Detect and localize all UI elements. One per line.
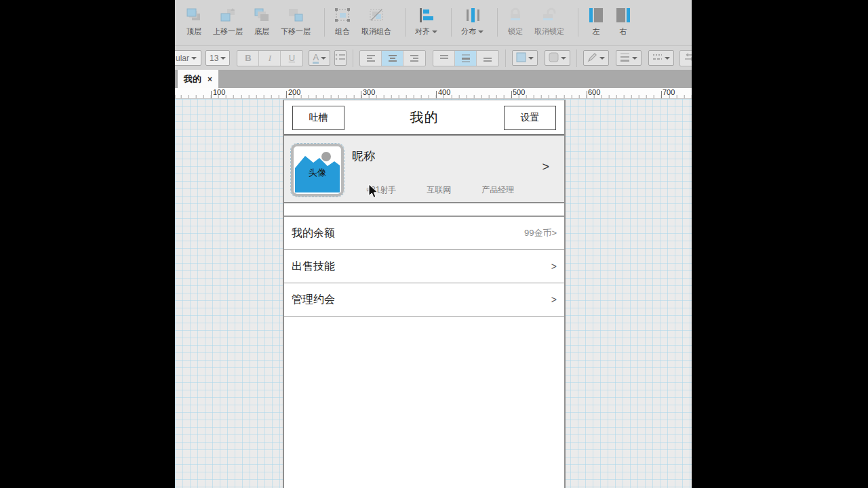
dropdown-caret-icon: [632, 57, 637, 60]
dropdown-caret-icon: [665, 57, 670, 60]
list-icon: [335, 53, 346, 63]
dash-style-icon: [652, 53, 663, 63]
text-align-left-button[interactable]: [360, 51, 382, 66]
font-size-value: 13: [210, 54, 218, 63]
font-family-value: ular: [176, 54, 189, 63]
move-up-layer-button[interactable]: 上移一层: [213, 7, 243, 37]
fill-color-swatch-icon: [516, 52, 526, 64]
underline-button[interactable]: U: [281, 51, 302, 66]
mobile-mockup[interactable]: 吐槽 我的 设置 头像 昵称 ♀21射手 互联网: [283, 100, 566, 488]
align-right-icon: [615, 7, 631, 24]
avatar-placeholder-label: 头像: [309, 167, 326, 178]
ruler-label: 600: [588, 88, 600, 96]
tag-industry: 互联网: [427, 184, 451, 196]
dropdown-caret-icon: [561, 57, 566, 60]
h-align-group: [359, 50, 426, 66]
list-item-sell-skills[interactable]: 出售技能 >: [284, 250, 564, 283]
group-label: 组合: [335, 26, 350, 37]
align-label: 对齐: [415, 26, 437, 37]
toolbar-format: ular 13 B I U A: [175, 45, 692, 70]
tab-close-icon[interactable]: ×: [208, 75, 212, 84]
text-align-bottom-button[interactable]: [477, 51, 498, 66]
ruler-label: 700: [663, 88, 675, 96]
distribute-dropdown-button[interactable]: 分布: [461, 7, 484, 37]
profile-section[interactable]: 头像 昵称 ♀21射手 互联网 产品经理 >: [284, 136, 564, 203]
align-right-button[interactable]: 右: [615, 7, 631, 37]
toolbar-separator: [505, 49, 506, 67]
group-button[interactable]: 组合: [334, 7, 351, 37]
toolbar-arrange: 顶层 上移一层 底层 下移一层 组合: [175, 0, 692, 45]
move-down-layer-icon: [287, 7, 304, 24]
align-dropdown-button[interactable]: 对齐: [415, 7, 437, 37]
font-family-select[interactable]: ular: [175, 50, 201, 66]
distribute-label: 分布: [461, 26, 484, 37]
move-up-layer-icon: [219, 7, 237, 24]
tag-gender-age: ♀21射手: [365, 184, 396, 196]
mockup-header: 吐槽 我的 设置: [284, 100, 564, 136]
align-left-icon: [588, 7, 604, 24]
line-weight-select[interactable]: [616, 50, 642, 66]
list-item-manage-dates[interactable]: 管理约会 >: [284, 283, 564, 317]
tab-my-page[interactable]: 我的 ×: [178, 70, 218, 88]
ungroup-button[interactable]: 取消组合: [361, 7, 391, 37]
text-style-group: B I U: [237, 50, 303, 66]
font-color-icon: A: [313, 53, 319, 64]
move-down-layer-label: 下移一层: [281, 26, 311, 37]
dropdown-caret-icon: [220, 57, 226, 60]
lock-button[interactable]: 锁定: [507, 7, 524, 37]
text-align-center-button[interactable]: [382, 51, 403, 66]
send-to-back-button[interactable]: 底层: [254, 7, 270, 37]
text-align-middle-button[interactable]: [455, 51, 477, 66]
row-chevron: >: [551, 294, 557, 305]
bring-to-front-button[interactable]: 顶层: [186, 7, 202, 37]
border-color-select[interactable]: [583, 50, 609, 66]
bring-to-front-icon: [186, 7, 202, 24]
toolbar-separator: [353, 49, 353, 67]
tab-label: 我的: [184, 73, 201, 85]
group-icon: [334, 7, 351, 24]
lock-label: 锁定: [508, 26, 523, 37]
fill-color-select[interactable]: [512, 50, 538, 66]
dropdown-caret-icon: [528, 57, 534, 60]
ungroup-icon: [368, 7, 384, 24]
v-align-group: [433, 50, 499, 66]
font-color-select[interactable]: A: [309, 50, 330, 66]
align-icon: [418, 7, 435, 24]
ruler-label: 400: [438, 88, 450, 96]
shape-swatch-icon: [549, 52, 559, 64]
ruler-label: 300: [363, 88, 375, 96]
mockup-page-title: 我的: [410, 108, 439, 127]
bold-button[interactable]: B: [237, 51, 259, 66]
arrow-style-button[interactable]: [679, 50, 692, 66]
text-align-top-button[interactable]: [433, 51, 455, 66]
align-left-label: 左: [593, 26, 600, 37]
list-item-balance[interactable]: 我的余额 99金币>: [284, 217, 564, 250]
profile-chevron: >: [542, 160, 549, 174]
settings-button[interactable]: 设置: [504, 106, 556, 130]
design-canvas[interactable]: 吐槽 我的 设置 头像 昵称 ♀21射手 互联网: [175, 99, 692, 488]
lock-icon: [507, 7, 524, 24]
page-tab-bar: 我的 ×: [175, 70, 692, 88]
profile-tags: ♀21射手 互联网 产品经理: [365, 184, 514, 196]
font-size-select[interactable]: 13: [205, 50, 230, 66]
unlock-button[interactable]: 取消锁定: [534, 7, 564, 37]
spacer-row: [284, 203, 564, 217]
list-style-button[interactable]: [334, 50, 347, 66]
send-to-back-label: 底层: [254, 26, 269, 37]
line-style-select[interactable]: [648, 50, 674, 66]
tucao-button[interactable]: 吐槽: [292, 106, 344, 130]
distribute-icon: [465, 7, 481, 24]
ungroup-label: 取消组合: [361, 26, 391, 37]
italic-button[interactable]: I: [259, 51, 281, 66]
avatar[interactable]: 头像: [291, 144, 344, 197]
ruler-label: 100: [213, 88, 225, 96]
ruler-label: 200: [288, 88, 300, 96]
row-label: 出售技能: [292, 260, 335, 274]
design-tool-workspace: 顶层 上移一层 底层 下移一层 组合: [175, 0, 692, 488]
move-down-layer-button[interactable]: 下移一层: [281, 7, 311, 37]
shape-select[interactable]: [545, 50, 570, 66]
toolbar-separator: [576, 49, 577, 67]
align-left-button[interactable]: 左: [588, 7, 604, 37]
text-align-right-button[interactable]: [403, 51, 425, 66]
dropdown-caret-icon: [599, 57, 605, 60]
